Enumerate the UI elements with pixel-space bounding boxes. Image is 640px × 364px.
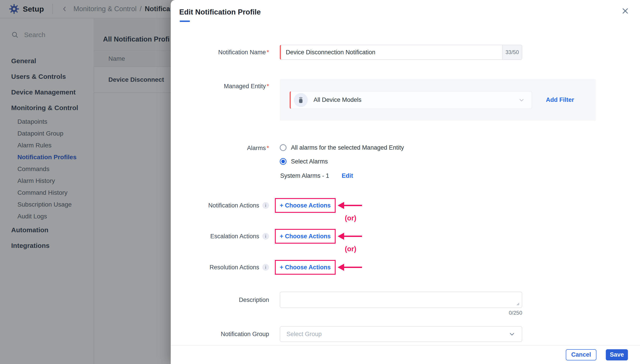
managed-entity-panel: All Device Models Add Filter [280,79,596,121]
escalation-actions-label-group: Escalation Actions i [171,233,280,240]
device-icon [297,96,305,104]
title-underline [180,20,190,22]
description-label: Description [171,296,280,304]
managed-entity-value: All Device Models [314,96,518,104]
modal-body: Notification Name* 33/50 Managed Entity* [171,45,640,342]
managed-entity-select[interactable]: All Device Models [290,91,532,109]
notification-name-input-shell: 33/50 [280,45,522,60]
required-marker: * [267,49,269,56]
info-icon[interactable]: i [262,264,269,271]
required-marker: * [267,83,269,90]
or-annotation-row: (or) [171,213,640,229]
choose-notification-actions-button[interactable]: + Choose Actions [278,202,332,209]
notification-name-counter: 33/50 [502,45,522,60]
notification-group-select[interactable]: Select Group [280,326,522,342]
description-row: Description [171,292,640,308]
description-shell [280,292,522,308]
annotation-box: + Choose Actions [275,198,336,213]
notification-actions-label: Notification Actions [208,202,259,209]
radio-all-alarms-label: All alarms for the selected Managed Enti… [291,144,404,151]
save-button[interactable]: Save [606,349,628,360]
close-button[interactable] [621,7,630,16]
notification-group-placeholder: Select Group [286,331,508,338]
annotation-arrow-icon [337,202,363,210]
device-icon-circle [294,93,308,107]
chevron-down-icon [508,330,515,338]
notification-name-label-text: Notification Name [218,49,266,56]
modal-header: Edit Notification Profile [171,0,640,22]
notification-name-label: Notification Name* [171,49,280,56]
choose-resolution-actions-button[interactable]: + Choose Actions [278,264,332,271]
radio-select-alarms-label: Select Alarms [291,158,328,165]
annotation-arrow-icon [337,232,363,240]
alarms-row: Alarms* All alarms for the selected Mana… [171,143,640,180]
notification-group-row: Notification Group Select Group [171,326,640,342]
modal-title: Edit Notification Profile [179,8,640,16]
edit-alarms-button[interactable]: Edit [342,172,353,179]
radio-unselected-icon[interactable] [280,144,286,151]
alarms-label: Alarms* [171,143,280,152]
managed-entity-label: Managed Entity* [171,79,280,90]
radio-select-alarms[interactable]: Select Alarms [280,156,404,166]
notification-name-row: Notification Name* 33/50 [171,45,640,60]
resolution-actions-label-group: Resolution Actions i [171,264,280,271]
edit-notification-profile-modal: Edit Notification Profile Notification N… [171,0,640,364]
chevron-down-icon [518,97,525,104]
or-annotation-row: (or) [171,244,640,260]
add-filter-button[interactable]: Add Filter [546,96,574,104]
modal-footer: Cancel Save [171,345,640,364]
alarms-summary: System Alarms - 1 [280,172,329,179]
alarms-summary-row: System Alarms - 1 Edit [280,171,404,180]
description-textarea[interactable] [280,292,522,308]
annotation-box: + Choose Actions [275,229,336,244]
annotation-arrow-icon [337,263,363,271]
escalation-actions-row: Escalation Actions i + Choose Actions [171,229,640,244]
cancel-button[interactable]: Cancel [566,349,596,360]
radio-all-alarms[interactable]: All alarms for the selected Managed Enti… [280,143,404,152]
notification-actions-label-group: Notification Actions i [171,202,280,209]
resolution-actions-label: Resolution Actions [210,264,259,271]
managed-entity-row: Managed Entity* All Device Models [171,79,640,121]
notification-name-input[interactable] [281,45,502,60]
close-icon [621,7,629,15]
info-icon[interactable]: i [262,202,269,209]
or-label: (or) [345,214,356,222]
alarms-options: All alarms for the selected Managed Enti… [280,143,404,180]
info-icon[interactable]: i [262,233,269,240]
annotation-box: + Choose Actions [275,260,336,275]
description-counter: 0/250 [280,310,522,316]
radio-selected-icon[interactable] [280,158,286,165]
choose-escalation-actions-button[interactable]: + Choose Actions [278,233,332,240]
notification-actions-row: Notification Actions i + Choose Actions [171,198,640,213]
or-label: (or) [345,245,356,253]
notification-group-label: Notification Group [171,330,280,338]
required-marker: * [267,145,269,152]
resolution-actions-row: Resolution Actions i + Choose Actions [171,260,640,275]
escalation-actions-label: Escalation Actions [210,233,259,240]
alarms-label-text: Alarms [247,145,266,152]
description-counter-row: 0/250 [171,310,640,316]
screen: Setup Monitoring & Control / Notifica G [0,0,640,364]
managed-entity-label-text: Managed Entity [224,83,266,90]
